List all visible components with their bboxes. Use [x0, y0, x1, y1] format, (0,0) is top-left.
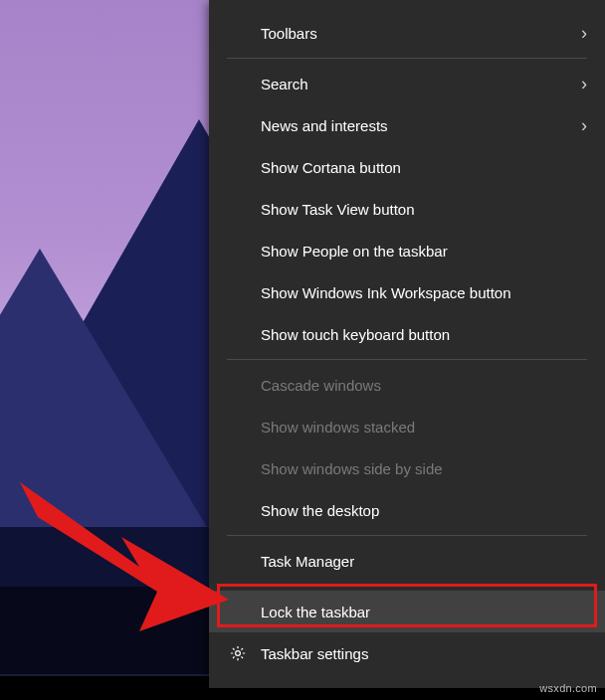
menu-item-label: Show Windows Ink Workspace button [261, 284, 587, 301]
menu-item-label: Toolbars [261, 25, 581, 42]
menu-item-label: Cascade windows [261, 377, 587, 394]
menu-item-label: Show the desktop [261, 502, 587, 519]
screenshot-root: Toolbars › Search › News and interests ›… [0, 0, 605, 700]
menu-item-label: News and interests [261, 117, 581, 134]
chevron-right-icon: › [581, 74, 587, 94]
menu-item-label: Show Cortana button [261, 159, 587, 176]
menu-item-label: Task Manager [261, 553, 587, 570]
menu-item-label: Show Task View button [261, 201, 587, 218]
menu-item-show-ink-workspace[interactable]: Show Windows Ink Workspace button [209, 271, 605, 313]
gear-icon [229, 644, 247, 662]
menu-item-label: Search [261, 76, 581, 92]
menu-item-show-people[interactable]: Show People on the taskbar [209, 230, 605, 271]
menu-item-cascade-windows: Cascade windows [209, 364, 605, 406]
menu-item-toolbars[interactable]: Toolbars › [209, 12, 605, 54]
svg-point-0 [236, 651, 241, 656]
menu-item-news-interests[interactable]: News and interests › [209, 104, 605, 146]
menu-item-side-by-side: Show windows side by side [209, 447, 605, 489]
watermark-text: wsxdn.com [539, 682, 597, 694]
menu-item-taskbar-settings[interactable]: Taskbar settings [209, 632, 605, 674]
menu-item-label: Show People on the taskbar [261, 243, 587, 260]
taskbar-context-menu: Toolbars › Search › News and interests ›… [209, 0, 605, 688]
menu-item-show-desktop[interactable]: Show the desktop [209, 489, 605, 531]
menu-item-task-manager[interactable]: Task Manager [209, 540, 605, 582]
menu-item-stacked: Show windows stacked [209, 406, 605, 447]
menu-item-show-touch-keyboard[interactable]: Show touch keyboard button [209, 313, 605, 355]
menu-item-label: Lock the taskbar [261, 604, 587, 620]
menu-item-label: Taskbar settings [261, 645, 587, 662]
menu-item-lock-taskbar[interactable]: Lock the taskbar [209, 591, 605, 632]
menu-item-label: Show windows side by side [261, 460, 587, 477]
menu-separator [227, 359, 587, 360]
menu-item-search[interactable]: Search › [209, 63, 605, 104]
menu-item-label: Show touch keyboard button [261, 326, 587, 343]
chevron-right-icon: › [581, 23, 587, 44]
menu-item-show-task-view[interactable]: Show Task View button [209, 188, 605, 230]
menu-item-show-cortana[interactable]: Show Cortana button [209, 146, 605, 188]
menu-separator [227, 586, 587, 587]
menu-separator [227, 58, 587, 59]
menu-separator [227, 535, 587, 536]
menu-item-label: Show windows stacked [261, 419, 587, 436]
chevron-right-icon: › [581, 115, 587, 136]
